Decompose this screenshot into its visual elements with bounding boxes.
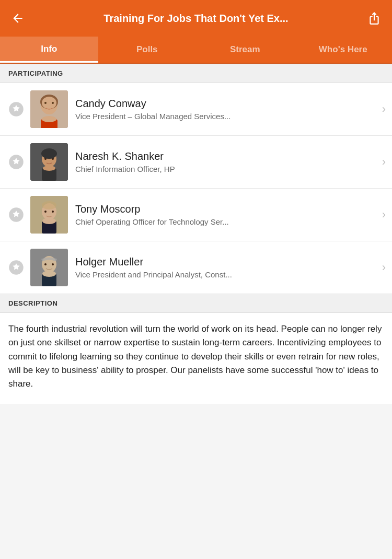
tab-bar: Info Polls Stream Who's Here [0, 37, 392, 64]
description-text: The fourth industrial revolution will tu… [0, 313, 392, 404]
svg-rect-18 [44, 157, 54, 159]
svg-point-31 [42, 271, 56, 277]
participating-section-header: PARTICIPATING [0, 64, 392, 83]
tab-polls[interactable]: Polls [98, 37, 197, 63]
speaker-name: Candy Conway [75, 98, 378, 110]
svg-point-7 [42, 116, 56, 122]
speaker-info: Tony Moscorp Chief Operating Officer for… [75, 203, 378, 226]
svg-point-15 [43, 166, 55, 171]
description-section-header: DESCRIPTION [0, 294, 392, 313]
star-button[interactable] [6, 152, 26, 172]
app-header: Training For Jobs That Don't Yet Ex... [0, 0, 392, 37]
star-button[interactable] [6, 99, 26, 119]
tab-stream[interactable]: Stream [196, 37, 294, 63]
svg-point-32 [44, 263, 47, 265]
tab-whos-here[interactable]: Who's Here [294, 37, 393, 63]
star-button[interactable] [6, 258, 26, 277]
svg-point-23 [42, 218, 56, 224]
speaker-role: Chief Information Officer, HP [75, 165, 378, 173]
page-title: Training For Jobs That Don't Yet Ex... [27, 13, 365, 25]
svg-point-24 [44, 211, 47, 213]
speaker-info: Candy Conway Vice President – Global Man… [75, 98, 378, 121]
speaker-list: Candy Conway Vice President – Global Man… [0, 83, 392, 294]
svg-point-5 [43, 99, 55, 109]
speaker-item[interactable]: Naresh K. Shanker Chief Information Offi… [0, 136, 392, 189]
speaker-role: Chief Operating Officer for Technology S… [75, 217, 378, 226]
speaker-name: Naresh K. Shanker [75, 150, 378, 162]
chevron-right-icon: › [382, 261, 386, 274]
speaker-role: Vice President – Global Managed Services… [75, 112, 378, 121]
star-button[interactable] [6, 205, 26, 225]
speaker-item[interactable]: Candy Conway Vice President – Global Man… [0, 83, 392, 136]
speaker-item[interactable]: Tony Moscorp Chief Operating Officer for… [0, 189, 392, 241]
speaker-name: Tony Moscorp [75, 203, 378, 215]
svg-point-33 [52, 263, 54, 265]
svg-point-25 [52, 211, 54, 213]
chevron-right-icon: › [382, 155, 386, 169]
description-section: The fourth industrial revolution will tu… [0, 313, 392, 404]
tab-info[interactable]: Info [0, 37, 98, 63]
back-button[interactable] [8, 9, 27, 28]
speaker-item[interactable]: Holger Mueller Vice President and Princi… [0, 241, 392, 294]
speaker-info: Holger Mueller Vice President and Princi… [75, 256, 378, 279]
chevron-right-icon: › [382, 208, 386, 222]
svg-point-8 [44, 102, 47, 104]
speaker-role: Vice President and Principal Analyst, Co… [75, 270, 378, 279]
share-button[interactable] [365, 9, 384, 28]
svg-point-26 [42, 201, 56, 209]
speaker-avatar [30, 143, 68, 181]
chevron-right-icon: › [382, 102, 386, 116]
svg-point-9 [52, 102, 54, 104]
speaker-avatar [30, 90, 68, 128]
speaker-name: Holger Mueller [75, 256, 378, 268]
speaker-avatar [30, 249, 68, 286]
speaker-info: Naresh K. Shanker Chief Information Offi… [75, 150, 378, 173]
speaker-avatar [30, 196, 68, 234]
